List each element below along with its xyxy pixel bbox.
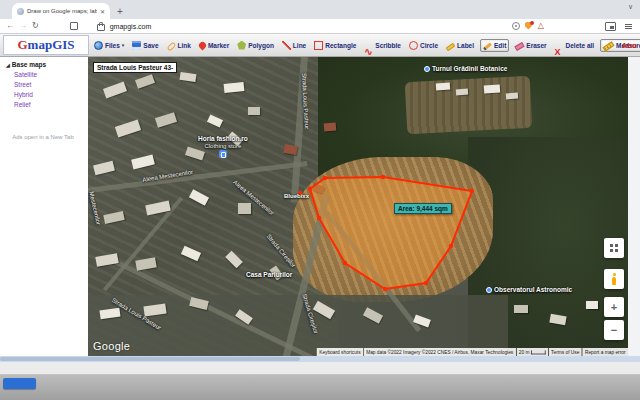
tab-favicon-icon bbox=[17, 8, 24, 15]
poi-casa-pariurilor[interactable]: Casa Pariurilor bbox=[246, 271, 292, 278]
pencil-icon bbox=[483, 42, 492, 50]
about-link[interactable]: Abo bbox=[621, 41, 637, 50]
toolbar-button-marker[interactable]: Marker bbox=[197, 39, 231, 51]
horizontal-scrollbar[interactable] bbox=[0, 356, 640, 362]
poi-bluebixx[interactable]: Bluebixx bbox=[284, 193, 309, 199]
report-map-error-link[interactable]: Report a map error bbox=[583, 348, 628, 356]
sidebar-base-maps[interactable]: ◢ Base maps bbox=[6, 61, 88, 68]
link-icon bbox=[166, 41, 176, 51]
toolbar-button-edit[interactable]: Edit bbox=[480, 39, 509, 52]
plus-icon: + bbox=[611, 302, 617, 313]
poi-sublabel: Clothing store bbox=[204, 143, 241, 149]
sidebar-layer-relief[interactable]: Relief bbox=[14, 101, 88, 108]
sidebar-layer-hybrid[interactable]: Hybrid bbox=[14, 91, 88, 98]
toolbar-button-line[interactable]: Line bbox=[280, 39, 308, 52]
imagery-building bbox=[506, 93, 518, 100]
google-logo: Google bbox=[93, 340, 130, 352]
imagery-building bbox=[586, 301, 598, 309]
poi-horia-fashion[interactable]: Horia fashion.ro Clothing store bbox=[198, 135, 248, 158]
browser-tab[interactable]: Draw on Google maps; label, sa ✕ bbox=[12, 3, 110, 19]
imagery-building bbox=[456, 89, 468, 96]
zoom-out-button[interactable]: − bbox=[604, 320, 624, 340]
base-maps-label: Base maps bbox=[12, 61, 46, 68]
poi-label: Horia fashion.ro bbox=[198, 135, 248, 142]
triangle-extension-icon[interactable]: △ bbox=[538, 22, 544, 30]
eraser-icon bbox=[515, 42, 525, 51]
toolbar-button-polygon[interactable]: Polygon bbox=[235, 39, 276, 52]
toolbar-button-label: Line bbox=[293, 42, 306, 49]
toolbar-button-label: Rectangle bbox=[325, 42, 356, 49]
tiles-grid-icon bbox=[610, 244, 618, 252]
imagery-building bbox=[514, 305, 528, 313]
address-url[interactable]: gmapgis.com bbox=[110, 23, 152, 30]
toolbar-button-circle[interactable]: Circle bbox=[407, 39, 440, 52]
minus-icon: − bbox=[611, 325, 617, 336]
rectangle-icon bbox=[314, 41, 323, 50]
toolbar-button-eraser[interactable]: Eraser bbox=[513, 40, 548, 51]
tab-close-icon[interactable]: ✕ bbox=[100, 8, 105, 15]
shield-extension-icon[interactable] bbox=[525, 22, 533, 31]
poi-label: Bluebixx bbox=[284, 193, 309, 199]
map-tiles-button[interactable] bbox=[604, 238, 624, 258]
toolbar-button-delete-all[interactable]: Delete all bbox=[553, 39, 597, 52]
toolbar-button-label: Eraser bbox=[526, 42, 546, 49]
toolbar-button-rectangle[interactable]: Rectangle bbox=[312, 39, 358, 52]
taskbar-active-app[interactable] bbox=[3, 378, 36, 389]
poi-observatorul-astronomic[interactable]: Observatorul Astronomic bbox=[486, 286, 572, 293]
area-measurement-label[interactable]: Area: 9,444 sqm bbox=[394, 203, 452, 214]
lock-icon bbox=[97, 24, 105, 31]
toolbar-button-label: Circle bbox=[420, 42, 438, 49]
page-content: ◢ Base maps SatelliteStreetHybridRelief … bbox=[0, 57, 640, 356]
poi-label: Casa Pariurilor bbox=[246, 271, 292, 278]
toolbar-button-save[interactable]: Save bbox=[130, 39, 160, 52]
imagery-building bbox=[324, 122, 337, 131]
browser-menu-icon[interactable] bbox=[625, 24, 632, 29]
extension-icon[interactable] bbox=[512, 22, 520, 30]
bookmark-icon[interactable] bbox=[70, 22, 78, 30]
gmapgis-logo[interactable]: GmapGIS bbox=[3, 35, 89, 55]
os-taskbar bbox=[0, 375, 640, 400]
toolbar-button-label: Marker bbox=[208, 42, 229, 49]
tab-overflow-chevron-icon[interactable]: ∨ bbox=[628, 3, 633, 11]
globe-icon bbox=[94, 41, 103, 50]
poi-label: Turnul Grădinii Botanice bbox=[432, 65, 507, 72]
browser-tab-bar: Draw on Google maps; label, sa ✕ + ∨ bbox=[0, 0, 640, 19]
ruler-icon bbox=[603, 41, 615, 51]
imagery-building bbox=[248, 107, 260, 115]
scale-text: 20 m bbox=[519, 350, 530, 355]
map-scale: 20 m bbox=[517, 348, 548, 356]
toolbar-button-label: Scribble bbox=[375, 42, 401, 49]
zoom-in-button[interactable]: + bbox=[604, 297, 624, 317]
sidebar-layer-street[interactable]: Street bbox=[14, 81, 88, 88]
sidebar-layer-satellite[interactable]: Satellite bbox=[14, 71, 88, 78]
toolbar-button-label[interactable]: Label bbox=[444, 40, 476, 51]
scrollbar-thumb[interactable] bbox=[0, 357, 300, 361]
poi-pin-icon bbox=[486, 287, 492, 293]
map-canvas[interactable]: Turnul Grădinii Botanice Horia fashion.r… bbox=[88, 57, 628, 356]
new-tab-button[interactable]: + bbox=[117, 7, 123, 17]
address-search-label[interactable]: Strada Louis Pasteur 43- bbox=[93, 62, 177, 73]
map-data-credit: Map data ©2022 Imagery ©2022 CNES / Airb… bbox=[364, 348, 516, 356]
toolbar-button-files[interactable]: Files▾ bbox=[92, 39, 126, 52]
pegman-button[interactable] bbox=[604, 269, 624, 289]
terms-of-use-link[interactable]: Terms of Use bbox=[549, 348, 582, 356]
circle-icon bbox=[409, 41, 418, 50]
reload-button[interactable]: ↻ bbox=[32, 22, 39, 30]
back-button[interactable]: ← bbox=[6, 22, 14, 30]
imagery-building bbox=[484, 84, 501, 93]
map-scale-bar bbox=[531, 350, 545, 354]
floppy-icon bbox=[132, 41, 141, 50]
page-right-margin bbox=[628, 57, 640, 356]
gmapgis-toolbar: GmapGIS Files▾SaveLinkMarkerPolygonLineR… bbox=[0, 33, 640, 57]
keyboard-shortcuts-button[interactable]: Keyboard shortcuts bbox=[317, 348, 363, 356]
forward-button[interactable]: → bbox=[19, 22, 27, 30]
line-icon bbox=[282, 41, 291, 50]
polygon-icon bbox=[237, 41, 246, 50]
toolbar-button-link[interactable]: Link bbox=[165, 40, 193, 51]
poi-dot-icon bbox=[424, 66, 430, 72]
sidebar: ◢ Base maps SatelliteStreetHybridRelief … bbox=[0, 57, 88, 356]
toolbar-button-label: Polygon bbox=[248, 42, 274, 49]
picture-in-picture-icon[interactable] bbox=[605, 22, 616, 31]
toolbar-button-scribble[interactable]: Scribble bbox=[362, 39, 403, 52]
poi-turnul-gradinii-botanice[interactable]: Turnul Grădinii Botanice bbox=[424, 65, 507, 72]
